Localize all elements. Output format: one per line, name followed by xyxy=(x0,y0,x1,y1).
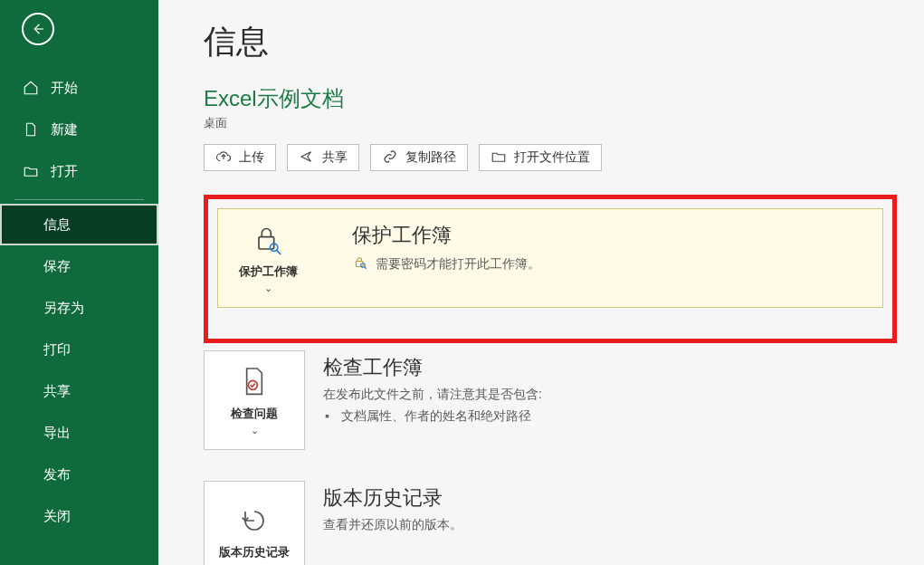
open-folder-icon xyxy=(22,163,40,179)
lock-key-icon xyxy=(250,222,286,261)
button-label: 打开文件位置 xyxy=(514,149,590,166)
open-location-button[interactable]: 打开文件位置 xyxy=(479,144,602,171)
home-icon xyxy=(22,80,40,96)
back-button[interactable] xyxy=(20,11,56,47)
section-note: 需要密码才能打开此工作簿。 xyxy=(376,256,540,273)
sidebar-item-new[interactable]: 新建 xyxy=(0,109,158,150)
inspect-issues-button[interactable]: 检查问题 ⌄ xyxy=(204,350,305,450)
sidebar-item-close[interactable]: 关闭 xyxy=(0,495,158,537)
inspect-workbook-row: 检查问题 ⌄ 检查工作簿 在发布此文件之前，请注意其是否包含: 文档属性、作者的… xyxy=(204,350,897,450)
history-clock-icon xyxy=(236,503,272,541)
version-history-button[interactable]: 版本历史记录 xyxy=(204,481,305,565)
sidebar-item-saveas[interactable]: 另存为 xyxy=(0,287,158,329)
annotation-highlight: 保护工作簿 ⌄ 保护工作簿 需要密码才能打开此工作簿。 xyxy=(204,195,897,343)
sidebar-item-label: 发布 xyxy=(43,466,71,484)
svg-rect-1 xyxy=(259,237,274,249)
sidebar-item-open[interactable]: 打开 xyxy=(0,150,158,192)
button-label: 上传 xyxy=(239,149,264,166)
lock-small-icon xyxy=(352,254,368,273)
inspect-issue-list: 文档属性、作者的姓名和绝对路径 xyxy=(323,408,897,425)
button-label: 共享 xyxy=(322,149,348,166)
upload-button[interactable]: 上传 xyxy=(204,144,276,171)
section-heading: 版本历史记录 xyxy=(323,484,897,512)
sidebar-item-info[interactable]: 信息 xyxy=(0,204,158,245)
button-label: 版本历史记录 xyxy=(219,545,290,560)
sidebar-item-label: 信息 xyxy=(43,216,71,234)
backstage-sidebar: 开始 新建 打开 信息 保存 另存为 打印 共享 xyxy=(0,0,158,565)
sidebar-divider xyxy=(14,199,144,200)
list-item: 文档属性、作者的姓名和绝对路径 xyxy=(341,408,897,425)
sidebar-item-home[interactable]: 开始 xyxy=(0,67,158,109)
document-check-icon xyxy=(236,364,272,403)
copy-path-button[interactable]: 复制路径 xyxy=(370,144,468,171)
back-arrow-icon xyxy=(22,13,54,45)
section-heading: 检查工作簿 xyxy=(323,354,897,381)
link-icon xyxy=(382,148,398,168)
sidebar-item-label: 共享 xyxy=(43,383,71,400)
button-label: 检查问题 xyxy=(231,407,278,421)
document-location: 桌面 xyxy=(204,115,897,131)
sidebar-item-label: 关闭 xyxy=(43,508,71,525)
sidebar-item-label: 另存为 xyxy=(43,300,84,317)
chevron-down-icon: ⌄ xyxy=(251,425,259,436)
folder-open-icon xyxy=(491,148,507,168)
document-title: Excel示例文档 xyxy=(204,84,897,113)
protect-workbook-info: 保护工作簿 需要密码才能打开此工作簿。 xyxy=(318,208,883,308)
sidebar-item-print[interactable]: 打印 xyxy=(0,329,158,370)
sidebar-nav: 开始 新建 打开 信息 保存 另存为 打印 共享 xyxy=(0,67,158,537)
share-button[interactable]: 共享 xyxy=(287,144,359,171)
cloud-upload-icon xyxy=(215,148,232,168)
info-toolbar: 上传 共享 复制路径 打开文件位置 xyxy=(204,144,897,171)
page-title: 信息 xyxy=(204,20,897,64)
section-note: 在发布此文件之前，请注意其是否包含: xyxy=(323,387,897,403)
new-file-icon xyxy=(22,121,40,138)
button-label: 保护工作簿 xyxy=(239,264,298,279)
share-icon xyxy=(299,148,315,168)
sidebar-item-label: 打印 xyxy=(43,341,71,359)
sidebar-item-share[interactable]: 共享 xyxy=(0,370,158,412)
protect-workbook-button[interactable]: 保护工作簿 ⌄ xyxy=(217,208,319,308)
sidebar-item-label: 导出 xyxy=(43,425,71,442)
inspect-workbook-info: 检查工作簿 在发布此文件之前，请注意其是否包含: 文档属性、作者的姓名和绝对路径 xyxy=(323,350,897,425)
sidebar-item-label: 打开 xyxy=(51,163,78,180)
sidebar-item-label: 新建 xyxy=(51,121,78,139)
chevron-down-icon: ⌄ xyxy=(264,282,272,294)
version-history-info: 版本历史记录 查看并还原以前的版本。 xyxy=(323,481,897,539)
version-history-row: 版本历史记录 版本历史记录 查看并还原以前的版本。 xyxy=(204,481,897,565)
sidebar-item-label: 保存 xyxy=(43,258,71,275)
button-label: 复制路径 xyxy=(405,149,456,166)
sidebar-item-publish[interactable]: 发布 xyxy=(0,454,158,495)
protect-workbook-row: 保护工作簿 ⌄ 保护工作簿 需要密码才能打开此工作簿。 xyxy=(217,208,883,308)
section-heading: 保护工作簿 xyxy=(352,222,864,249)
info-page: 信息 Excel示例文档 桌面 上传 共享 复制路径 打开文件位置 xyxy=(158,0,924,565)
sidebar-item-label: 开始 xyxy=(51,80,78,97)
sidebar-item-save[interactable]: 保存 xyxy=(0,245,158,287)
section-note: 查看并还原以前的版本。 xyxy=(323,517,897,533)
sidebar-item-export[interactable]: 导出 xyxy=(0,412,158,454)
